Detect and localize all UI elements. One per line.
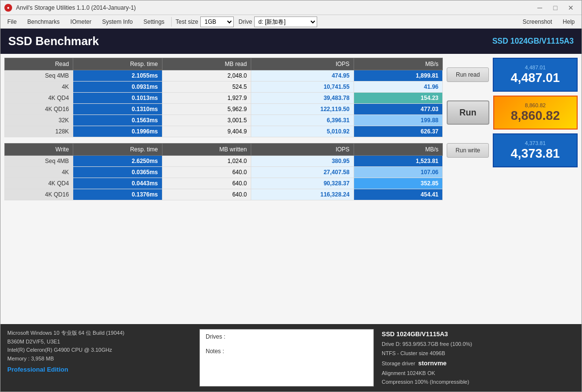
drive-select[interactable]: d: [新加卷] — [254, 16, 317, 27]
resp-time: 0.0365ms — [73, 167, 162, 178]
menu-benchmarks[interactable]: Benchmarks — [22, 16, 65, 28]
professional-edition: Professional Edition — [7, 365, 192, 375]
mb-read: 1,927.9 — [162, 93, 251, 104]
col-write: Write — [5, 144, 73, 156]
maximize-button[interactable]: □ — [549, 3, 562, 13]
window-title: Anvil's Storage Utilities 1.1.0 (2014-Ja… — [16, 4, 533, 11]
row-label: 32K — [5, 115, 73, 126]
menu-iometer[interactable]: IOmeter — [65, 16, 96, 28]
mb-read: 9,404.9 — [162, 126, 251, 137]
mbs: 1,899.81 — [354, 70, 442, 82]
iops: 27,407.58 — [251, 167, 354, 178]
table-row: 4K QD4 0.1013ms 1,927.9 39,483.78 154.23 — [5, 93, 443, 104]
drive-label: Drive — [239, 18, 252, 25]
mb-written: 640.0 — [162, 189, 251, 200]
drive-line4: Alignment 1024KB OK — [382, 369, 537, 378]
close-button[interactable]: ✕ — [564, 3, 578, 13]
drives-notes-box: Drives : Notes : — [199, 329, 374, 387]
menu-bar: File Benchmarks IOmeter System Info Sett… — [0, 15, 582, 29]
row-label: 128K — [5, 126, 73, 137]
total-score-box: 8,860.82 8,860.82 — [493, 96, 578, 130]
table-section: Read Resp. time MB read IOPS MB/s Seq 4M… — [4, 58, 443, 320]
header-title: SSD Benchmark — [8, 34, 99, 48]
drive-group: Drive d: [新加卷] — [239, 16, 317, 27]
resp-time: 0.0931ms — [73, 82, 162, 93]
write-score-label: 4,373.81 — [525, 140, 546, 146]
iops: 474.95 — [251, 70, 354, 82]
iops: 380.95 — [251, 156, 354, 167]
col-mb-written: MB written — [162, 144, 251, 156]
row-label: Seq 4MB — [5, 156, 73, 167]
mb-read: 5,962.9 — [162, 104, 251, 115]
run-read-row: Run read 4,487.01 4,487.01 — [447, 58, 578, 92]
iops: 6,396.31 — [251, 115, 354, 126]
mb-written: 640.0 — [162, 178, 251, 189]
notes-label: Notes : — [206, 348, 368, 355]
resp-time: 0.1310ms — [73, 104, 162, 115]
test-size-label: Test size — [176, 18, 198, 25]
menu-help[interactable]: Help — [558, 16, 580, 28]
iops: 39,483.78 — [251, 93, 354, 104]
table-row: Seq 4MB 2.1055ms 2,048.0 474.95 1,899.81 — [5, 70, 443, 82]
sys-line3: Intel(R) Celeron(R) G4900 CPU @ 3.10GHz — [7, 346, 192, 355]
mb-read: 3,001.5 — [162, 115, 251, 126]
mbs: 352.85 — [354, 178, 442, 189]
resp-time: 0.0443ms — [73, 178, 162, 189]
iops: 116,328.24 — [251, 189, 354, 200]
mbs: 477.03 — [354, 104, 442, 115]
menu-systeminfo[interactable]: System Info — [97, 16, 137, 28]
sys-line1: Microsoft Windows 10 专业版 64 位 Build (190… — [7, 329, 192, 338]
menu-settings[interactable]: Settings — [139, 16, 169, 28]
run-write-row: Run write 4,373.81 4,373.81 — [447, 133, 578, 167]
row-label: 4K QD16 — [5, 104, 73, 115]
table-row: Seq 4MB 2.6250ms 1,024.0 380.95 1,523.81 — [5, 156, 443, 167]
drive-detail-info: SSD 1024GB/V1115A3 Drive D: 953.9/953.7G… — [382, 329, 537, 387]
mbs: 1,523.81 — [354, 156, 442, 167]
iops: 122,119.50 — [251, 104, 354, 115]
header-section: SSD Benchmark SSD 1024GB/V1115A3 — [0, 29, 582, 54]
drive-line3: Storage driver stornvme — [382, 358, 537, 369]
drives-label: Drives : — [206, 333, 368, 340]
app-icon: ● — [4, 4, 12, 12]
minimize-button[interactable]: ─ — [533, 3, 547, 13]
right-panel: Run read 4,487.01 4,487.01 Run 8,860.82 … — [447, 58, 578, 320]
row-label: 4K — [5, 82, 73, 93]
table-row: 4K 0.0365ms 640.0 27,407.58 107.06 — [5, 167, 443, 178]
drive-detail-title: SSD 1024GB/V1115A3 — [382, 330, 448, 338]
sys-line2: B360M D2V/F5, U3E1 — [7, 338, 192, 346]
run-read-button[interactable]: Run read — [447, 67, 489, 82]
mb-read: 2,048.0 — [162, 70, 251, 82]
menu-file[interactable]: File — [2, 16, 21, 28]
read-table: Read Resp. time MB read IOPS MB/s Seq 4M… — [4, 58, 443, 137]
mbs: 41.96 — [354, 82, 442, 93]
main-content: Read Resp. time MB read IOPS MB/s Seq 4M… — [0, 54, 582, 324]
run-button[interactable]: Run — [447, 100, 489, 125]
drive-line1: Drive D: 953.9/953.7GB free (100.0%) — [382, 340, 537, 349]
resp-time: 0.1013ms — [73, 93, 162, 104]
resp-time: 0.1563ms — [73, 115, 162, 126]
mbs: 454.41 — [354, 189, 442, 200]
window-controls: ─ □ ✕ — [533, 3, 578, 13]
col-mbs-w: MB/s — [354, 144, 442, 156]
row-label: 4K — [5, 167, 73, 178]
col-resp-time-r: Resp. time — [73, 58, 162, 70]
iops: 10,741.55 — [251, 82, 354, 93]
col-iops-w: IOPS — [251, 144, 354, 156]
mbs: 154.23 — [354, 93, 442, 104]
resp-time: 0.1376ms — [73, 189, 162, 200]
main-window: ● Anvil's Storage Utilities 1.1.0 (2014-… — [0, 0, 582, 392]
mbs: 107.06 — [354, 167, 442, 178]
write-score-value: 4,373.81 — [511, 146, 560, 161]
menu-screenshot[interactable]: Screenshot — [518, 16, 557, 28]
sys-line4: Memory : 3,958 MB — [7, 355, 192, 363]
header-drive-info: SSD 1024GB/V1115A3 — [492, 37, 574, 46]
iops: 90,328.37 — [251, 178, 354, 189]
test-size-select[interactable]: 1GB 256MB 512MB — [200, 16, 234, 27]
col-iops-r: IOPS — [251, 58, 354, 70]
resp-time: 0.1996ms — [73, 126, 162, 137]
run-write-button[interactable]: Run write — [447, 143, 489, 158]
table-row: 4K QD16 0.1376ms 640.0 116,328.24 454.41 — [5, 189, 443, 200]
row-label: Seq 4MB — [5, 70, 73, 82]
col-read: Read — [5, 58, 73, 70]
table-row: 128K 0.1996ms 9,404.9 5,010.92 626.37 — [5, 126, 443, 137]
